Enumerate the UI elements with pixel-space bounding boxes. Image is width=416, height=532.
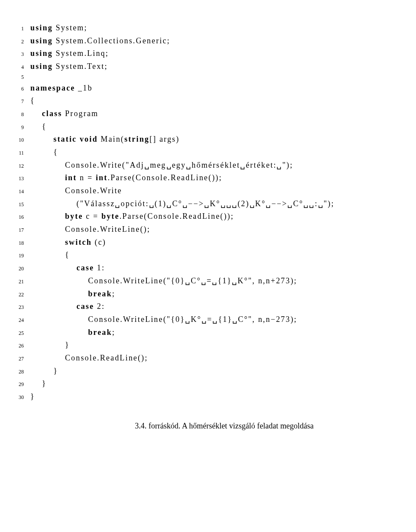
code-line: 11 { [11, 146, 394, 159]
line-number: 14 [11, 188, 30, 196]
line-number: 10 [11, 136, 30, 145]
line-number: 17 [11, 226, 30, 235]
code-content: Console.ReadLine(); [30, 352, 148, 365]
code-content: { [30, 146, 58, 159]
line-number: 3 [11, 50, 30, 59]
code-content: ("Válassz␣opciót:␣(1)␣C°␣−−>␣K°␣␣␣(2)␣K°… [30, 198, 335, 211]
code-line: 28 } [11, 365, 394, 378]
code-content: } [30, 365, 58, 378]
line-number: 15 [11, 201, 30, 209]
code-line: 26 } [11, 339, 394, 352]
line-number: 28 [11, 368, 30, 376]
code-content: break; [30, 288, 115, 301]
code-content: { [30, 249, 70, 262]
code-content: using System; [30, 22, 88, 35]
code-content: class Program [30, 107, 98, 120]
code-line: 5 [11, 73, 394, 82]
code-content: { [30, 120, 46, 133]
code-line: 16 byte c = byte.Parse(Console.ReadLine(… [11, 210, 394, 223]
code-content: Console.WriteLine("{0}␣K°␣=␣{1}␣C°", n,n… [30, 313, 297, 326]
code-line: 7{ [11, 94, 394, 107]
code-content: static void Main(string[] args) [30, 133, 179, 146]
line-number: 19 [11, 252, 30, 260]
code-line: 21 Console.WriteLine("{0}␣C°␣=␣{1}␣K°", … [11, 275, 394, 288]
code-content: using System.Text; [30, 60, 108, 73]
line-number: 21 [11, 278, 30, 286]
line-number: 24 [11, 316, 30, 325]
code-content: int n = int.Parse(Console.ReadLine()); [30, 172, 222, 185]
code-content: } [30, 339, 70, 352]
code-line: 10 static void Main(string[] args) [11, 133, 394, 146]
code-content: namespace _1b [30, 82, 93, 95]
code-line: 4using System.Text; [11, 60, 394, 73]
code-line: 8 class Program [11, 107, 394, 120]
code-content: Console.WriteLine(); [30, 223, 150, 236]
line-number: 23 [11, 303, 30, 312]
line-number: 1 [11, 25, 30, 33]
line-number: 11 [11, 149, 30, 158]
code-listing: 1using System;2using System.Collections.… [11, 22, 394, 403]
line-number: 30 [11, 393, 30, 402]
code-content: { [30, 94, 35, 107]
code-line: 13 int n = int.Parse(Console.ReadLine())… [11, 172, 394, 185]
code-line: 14 Console.Write [11, 185, 394, 198]
code-line: 6namespace _1b [11, 82, 394, 95]
line-number: 29 [11, 380, 30, 389]
code-line: 23 case 2: [11, 300, 394, 313]
code-line: 2using System.Collections.Generic; [11, 35, 394, 48]
code-line: 19 { [11, 249, 394, 262]
code-line: 12 Console.Write("Adj␣meg␣egy␣hőmérsékle… [11, 159, 394, 172]
line-number: 2 [11, 38, 30, 46]
listing-caption: 3.4. forráskód. A hőmérséklet vizsgáló f… [132, 421, 316, 431]
line-number: 16 [11, 213, 30, 222]
code-line: 29 } [11, 377, 394, 390]
code-content: } [30, 377, 46, 390]
line-number: 25 [11, 329, 30, 338]
line-number: 13 [11, 175, 30, 183]
line-number: 20 [11, 265, 30, 273]
code-content: } [30, 390, 35, 403]
code-line: 20 case 1: [11, 262, 394, 275]
code-content: using System.Linq; [30, 47, 109, 60]
line-number: 12 [11, 162, 30, 171]
code-line: 17 Console.WriteLine(); [11, 223, 394, 236]
line-number: 5 [11, 73, 30, 82]
code-line: 15 ("Válassz␣opciót:␣(1)␣C°␣−−>␣K°␣␣␣(2)… [11, 198, 394, 211]
line-number: 9 [11, 123, 30, 132]
line-number: 6 [11, 85, 30, 94]
code-content: Console.Write("Adj␣meg␣egy␣hőmérséklet␣é… [30, 159, 293, 172]
code-content: using System.Collections.Generic; [30, 35, 170, 48]
code-line: 9 { [11, 120, 394, 133]
code-content: byte c = byte.Parse(Console.ReadLine()); [30, 210, 234, 223]
code-content: case 1: [30, 262, 105, 275]
code-content: case 2: [30, 300, 105, 313]
line-number: 27 [11, 355, 30, 363]
code-line: 18 switch (c) [11, 236, 394, 249]
line-number: 22 [11, 291, 30, 299]
code-line: 1using System; [11, 22, 394, 35]
line-number: 26 [11, 342, 30, 350]
line-number: 18 [11, 239, 30, 248]
line-number: 8 [11, 110, 30, 119]
code-content: switch (c) [30, 236, 106, 249]
code-line: 25 break; [11, 326, 394, 339]
code-line: 24 Console.WriteLine("{0}␣K°␣=␣{1}␣C°", … [11, 313, 394, 326]
code-line: 3using System.Linq; [11, 47, 394, 60]
code-line: 27 Console.ReadLine(); [11, 352, 394, 365]
code-content: Console.WriteLine("{0}␣C°␣=␣{1}␣K°", n,n… [30, 275, 297, 288]
code-content: break; [30, 326, 115, 339]
code-line: 30} [11, 390, 394, 403]
line-number: 4 [11, 63, 30, 72]
line-number: 7 [11, 97, 30, 106]
code-line: 22 break; [11, 288, 394, 301]
code-content: Console.Write [30, 185, 122, 198]
